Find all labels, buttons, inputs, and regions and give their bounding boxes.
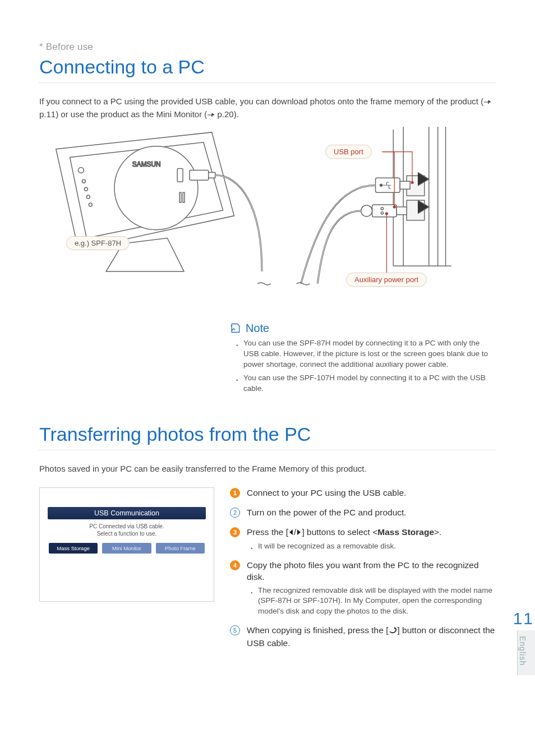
- usb-dialog-message: PC Connected via USB cable. Select a fun…: [45, 523, 208, 537]
- step-2: 2 Turn on the power of the PC and produc…: [230, 507, 496, 519]
- page-number: 11: [513, 609, 534, 628]
- divider: [39, 82, 496, 83]
- steps-list: 1 Connect to your PC using the USB cable…: [230, 487, 496, 657]
- step-1: 1 Connect to your PC using the USB cable…: [230, 487, 496, 499]
- step-4: 4 Copy the photo files you want from the…: [230, 560, 496, 617]
- usb-dialog-msg-line: PC Connected via USB cable.: [45, 523, 208, 530]
- step-title: When copying is finished, press the [] b…: [247, 625, 496, 649]
- step-text: >.: [434, 527, 441, 537]
- heading-transferring: Transferring photos from the PC: [39, 423, 496, 445]
- svg-rect-1: [177, 168, 183, 182]
- right-arrow-icon: [296, 527, 302, 539]
- step-text: ] buttons to select <: [302, 527, 377, 537]
- step-title: Connect to your PC using the USB cable.: [247, 487, 406, 499]
- svg-point-4: [78, 167, 84, 173]
- note-list: You can use the SPF-87H model by connect…: [230, 338, 496, 394]
- step-number: 4: [230, 560, 240, 570]
- note-icon: [230, 322, 241, 334]
- step-3: 3 Press the [/] buttons to select <Mass …: [230, 527, 496, 552]
- note-heading: Note: [230, 322, 496, 335]
- svg-point-5: [82, 179, 85, 183]
- mass-storage-label: Mass Storage: [377, 527, 434, 537]
- intro-part-c: p.20).: [215, 109, 239, 119]
- pretitle: * Before use: [39, 42, 496, 53]
- svg-point-24: [361, 205, 372, 216]
- step-title: Turn on the power of the PC and product.: [247, 507, 407, 519]
- svg-rect-9: [190, 170, 209, 180]
- pointer-icon: [207, 109, 215, 121]
- note-item: You can use the SPF-107H model by connec…: [238, 373, 496, 394]
- usb-dialog-screenshot: USB Communication PC Connected via USB c…: [39, 487, 214, 657]
- usb-dialog-msg-line: Select a function to use.: [45, 530, 208, 537]
- svg-rect-10: [209, 172, 215, 178]
- mass-storage-button[interactable]: Mass Storage: [49, 543, 98, 554]
- pointer-icon: [483, 96, 491, 108]
- pretitle-asterisk: *: [39, 42, 43, 52]
- note-heading-text: Note: [246, 322, 269, 335]
- intro-text-1: If you connect to a PC using the provide…: [39, 95, 496, 121]
- manual-page: * Before use Connecting to a PC If you c…: [0, 0, 535, 756]
- photo-frame-button[interactable]: Photo Frame: [156, 543, 205, 554]
- svg-point-29: [385, 213, 388, 215]
- mini-monitor-button[interactable]: Mini Monitor: [102, 543, 151, 554]
- label-eg-model: e.g.) SPF-87H: [66, 236, 130, 250]
- svg-point-8: [89, 203, 92, 206]
- connection-diagram: SAMSUN: [39, 127, 496, 317]
- svg-rect-3: [183, 192, 185, 202]
- back-return-icon: [388, 626, 397, 638]
- usb-dialog-frame: USB Communication PC Connected via USB c…: [39, 487, 214, 602]
- step-number: 2: [230, 508, 240, 518]
- usb-dialog-buttons: Mass Storage Mini Monitor Photo Frame: [45, 543, 208, 554]
- svg-point-28: [393, 206, 395, 208]
- svg-point-6: [84, 187, 87, 191]
- svg-rect-22: [372, 205, 397, 217]
- intro-text-2: Photos saved in your PC can be easily tr…: [39, 463, 496, 475]
- label-aux-port: Auxiliary power port: [346, 273, 427, 287]
- step-number: 3: [230, 527, 240, 537]
- svg-point-7: [86, 195, 90, 199]
- label-usb-port: USB port: [325, 145, 372, 159]
- step-subtext: It will be recognized as a removable dis…: [258, 541, 441, 552]
- intro-part-b: p.11) or use the product as the Mini Mon…: [39, 109, 207, 119]
- divider: [39, 450, 496, 450]
- svg-rect-2: [179, 192, 181, 202]
- svg-point-27: [411, 181, 413, 183]
- note-block: Note You can use the SPF-87H model by co…: [230, 322, 496, 394]
- intro-part-a: If you connect to a PC using the provide…: [39, 96, 483, 106]
- language-label: English: [518, 636, 527, 666]
- pretitle-text: Before use: [46, 42, 93, 52]
- step-number: 1: [230, 488, 240, 498]
- page-side-tab: 11 English: [510, 609, 535, 676]
- diagram-svg: SAMSUN: [39, 127, 496, 316]
- heading-connecting: Connecting to a PC: [39, 56, 496, 78]
- svg-point-0: [114, 146, 198, 230]
- svg-rect-20: [400, 181, 410, 189]
- step-text: When copying is finished, press the [: [247, 625, 388, 635]
- note-item: You can use the SPF-87H model by connect…: [238, 338, 496, 370]
- step-title: Copy the photo files you want from the P…: [247, 560, 496, 583]
- svg-rect-23: [396, 207, 407, 215]
- step-text: Press the [: [247, 527, 288, 537]
- usb-dialog-titlebar: USB Communication: [48, 507, 206, 519]
- step-number: 5: [230, 625, 240, 635]
- step-subtext: The recognized removable disk will be di…: [258, 586, 496, 617]
- step-5: 5 When copying is finished, press the []…: [230, 625, 496, 649]
- brand-text: SAMSUN: [132, 160, 161, 168]
- left-arrow-icon: [288, 527, 294, 539]
- step-title: Press the [/] buttons to select <Mass St…: [247, 527, 441, 539]
